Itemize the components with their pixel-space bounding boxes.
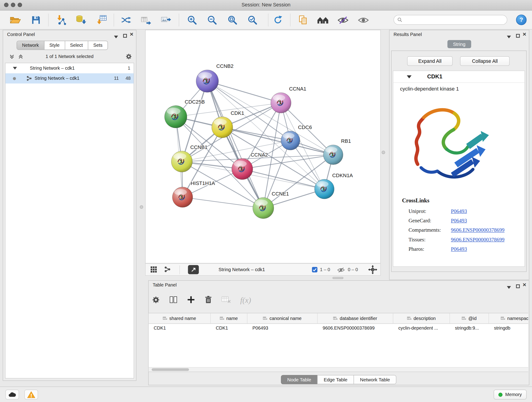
panel-close-icon[interactable]: × (523, 282, 526, 288)
help-button[interactable]: ? (516, 15, 526, 25)
crosslink-value-link[interactable]: P06493 (451, 217, 467, 224)
clone-network-button[interactable] (297, 13, 310, 27)
export-image-button[interactable] (159, 13, 173, 27)
birds-eye-view-button[interactable] (150, 266, 157, 273)
tab-string[interactable]: String (447, 40, 471, 48)
collapse-all-button[interactable]: Collapse All (460, 56, 510, 66)
search-input[interactable] (404, 17, 507, 23)
houses-icon (317, 16, 329, 25)
table-settings-gear-icon[interactable] (152, 296, 160, 305)
column-header-description[interactable]: description (393, 313, 450, 323)
import-table-file-button[interactable] (95, 13, 109, 27)
node-label: CDK1 (231, 110, 244, 116)
open-session-button[interactable] (8, 13, 22, 27)
table-panel: Table Panel × f(x) shared namenamecanoni… (148, 280, 529, 385)
show-columns-icon[interactable] (169, 296, 177, 305)
tab-network[interactable]: Network (17, 41, 44, 50)
search-box[interactable] (394, 15, 507, 25)
add-column-icon[interactable] (187, 296, 195, 305)
tab-style[interactable]: Style (44, 41, 65, 50)
column-header-database-identifier[interactable]: database identifier (317, 313, 393, 323)
crosslink-value-link[interactable]: P06493 (451, 208, 467, 214)
scrollbar-thumb[interactable] (152, 368, 189, 371)
column-header--id[interactable]: @id (450, 313, 489, 323)
zoom-in-button[interactable] (185, 13, 199, 27)
new-network-from-selection-button[interactable] (119, 13, 133, 27)
panel-menu-icon[interactable] (114, 34, 118, 40)
protein-structure-image (404, 96, 492, 192)
tab-edge-table[interactable]: Edge Table (317, 375, 354, 384)
import-network-file-button[interactable] (54, 13, 68, 27)
selected-checkbox-icon[interactable] (312, 267, 317, 273)
section-collapse-caret-icon[interactable] (407, 75, 412, 78)
network-node-cdk1[interactable]: CDK1 (212, 110, 244, 138)
horizontal-scrollbar[interactable] (149, 367, 528, 371)
memory-button[interactable]: Memory (494, 390, 526, 400)
toolbar-separator (179, 13, 179, 26)
panel-menu-icon[interactable] (507, 284, 511, 290)
tab-node-table[interactable]: Node Table (281, 375, 318, 384)
network-node-cdkn1a[interactable]: CDKN1A (315, 172, 353, 199)
delete-column-icon[interactable] (205, 296, 212, 305)
home-view-button[interactable] (316, 13, 330, 27)
tab-sets[interactable]: Sets (88, 41, 108, 50)
grid-icon (150, 266, 157, 273)
network-view-canvas[interactable]: CCNB2CCNA1CDC25BCDK1CDC6RB1CCNB1CCNA2CDK… (145, 30, 381, 263)
network-node-ccne1[interactable]: CCNE1 (253, 191, 289, 219)
export-table-button[interactable] (139, 13, 152, 27)
toolbar-separator (48, 13, 48, 26)
network-node-ccnb2[interactable]: CCNB2 (196, 63, 234, 92)
cloud-status-button[interactable] (6, 390, 19, 400)
network-graph[interactable]: CCNB2CCNA1CDC25BCDK1CDC6RB1CCNB1CCNA2CDK… (146, 30, 380, 263)
panel-float-icon[interactable] (516, 283, 520, 290)
crosslinks-title: CrossLinks (402, 197, 429, 204)
network-collection-row[interactable]: String Network – cdk1 1 (6, 63, 134, 73)
eye-slash-icon (337, 16, 349, 24)
column-header-name[interactable]: name (211, 313, 247, 323)
import-network-icon (56, 15, 66, 26)
zoom-out-button[interactable] (205, 13, 219, 27)
import-network-database-button[interactable] (75, 13, 88, 27)
table-cell: stringdb (489, 324, 528, 333)
panel-close-icon[interactable]: × (130, 32, 133, 38)
gene-section-header[interactable]: CDK1 (393, 71, 525, 83)
column-type-icon (263, 317, 267, 320)
network-row-selected[interactable]: String Network – cdk1 11 48 (6, 73, 134, 83)
show-all-button[interactable] (356, 13, 370, 27)
vertical-splitter-handle[interactable] (382, 151, 385, 154)
table-row[interactable]: CDK1CDK1P064939606.ENSP00000378699cyclin… (149, 324, 528, 333)
panel-close-icon[interactable]: × (523, 32, 526, 38)
zoom-fit-button[interactable] (226, 13, 239, 27)
tree-expand-caret-icon[interactable] (13, 67, 17, 70)
column-header-canonical-name[interactable]: canonical name (247, 313, 318, 323)
export-view-button[interactable] (188, 265, 199, 274)
tab-network-table[interactable]: Network Table (354, 375, 396, 384)
network-node-ccna1[interactable]: CCNA1 (271, 86, 306, 113)
vertical-splitter-handle[interactable] (140, 205, 143, 209)
pan-mode-button[interactable] (368, 265, 377, 274)
crosslink-value-link[interactable]: P06493 (451, 246, 467, 252)
panel-menu-icon[interactable] (507, 34, 511, 40)
refresh-button[interactable] (271, 13, 285, 27)
network-overview-button[interactable] (164, 266, 171, 273)
zoom-selected-button[interactable] (246, 13, 259, 27)
warnings-button[interactable] (25, 390, 38, 400)
expand-all-button[interactable]: Expand All (407, 56, 452, 66)
tab-select[interactable]: Select (65, 41, 88, 50)
results-panel-header: Results Panel × (389, 30, 529, 39)
save-session-button[interactable] (29, 13, 43, 27)
hidden-eye-slash-icon[interactable] (337, 267, 345, 273)
crosslink-value-link[interactable]: 9606.ENSP00000378699 (451, 227, 505, 233)
crosslink-value-link[interactable]: 9606.ENSP00000378699 (451, 236, 505, 243)
network-node-hist1h1a[interactable]: HIST1H1A (172, 180, 215, 207)
crosslink-row: Tissues:9606.ENSP00000378699 (409, 236, 525, 243)
hide-selected-button[interactable] (336, 13, 350, 27)
panel-float-icon[interactable] (123, 33, 127, 39)
horizontal-splitter-handle[interactable] (332, 277, 343, 279)
network-node-ccnb1[interactable]: CCNB1 (171, 144, 208, 172)
panel-float-icon[interactable] (516, 33, 520, 39)
column-header-namespace[interactable]: namespace (489, 313, 528, 323)
column-header-shared-name[interactable]: shared name (149, 313, 211, 323)
network-node-rb1[interactable]: RB1 (323, 138, 351, 165)
network-options-gear-icon[interactable] (126, 53, 132, 61)
